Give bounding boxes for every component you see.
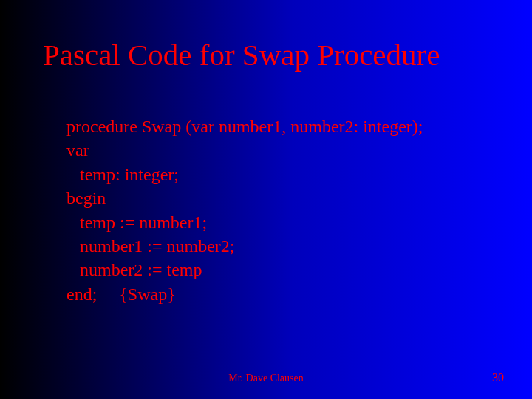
slide-title: Pascal Code for Swap Procedure (43, 37, 440, 72)
footer-author: Mr. Dave Clausen (0, 372, 532, 384)
code-line-4: begin (66, 186, 423, 210)
code-line-3: temp: integer; (66, 163, 423, 186)
code-line-2: var (66, 138, 423, 162)
code-line-8: end; {Swap} (66, 282, 423, 306)
code-line-6: number1 := number2; (66, 234, 423, 258)
code-block: procedure Swap (var number1, number2: in… (66, 115, 423, 306)
code-line-1: procedure Swap (var number1, number2: in… (66, 115, 423, 138)
code-line-7: number2 := temp (66, 258, 423, 282)
page-number: 30 (492, 371, 504, 384)
code-line-5: temp := number1; (66, 211, 423, 234)
